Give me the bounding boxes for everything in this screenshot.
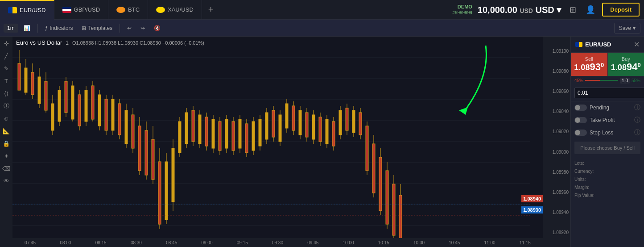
svg-rect-70: [219, 121, 221, 151]
svg-rect-50: [152, 139, 154, 180]
choose-buy-sell-button[interactable]: Please choose Buy / Sell: [574, 142, 640, 154]
indicators-button[interactable]: ƒ Indicators: [41, 23, 77, 33]
main-area: ✛ ╱ ✎ T ⟨⟩ ⓕ ☺ 📐 🔒 ✦ ⌫ 👁 Euro vs US Doll…: [0, 37, 644, 247]
time-1015: 10:15: [378, 240, 389, 245]
separator-2: [120, 24, 120, 33]
take-profit-info-icon[interactable]: ⓘ: [634, 116, 640, 124]
time-0915: 09:15: [237, 240, 248, 245]
panel-close-button[interactable]: ✕: [634, 40, 640, 49]
sell-button[interactable]: Sell 1.08930: [571, 53, 608, 76]
chart-tools: ✛ ╱ ✎ T ⟨⟩ ⓕ ☺ 📐 🔒 ✦ ⌫ 👁: [0, 37, 12, 247]
time-1045: 10:45: [449, 240, 460, 245]
trend-tool[interactable]: ╱: [1, 51, 11, 61]
sell-price-main: 93: [590, 61, 600, 72]
undo-button[interactable]: ↩: [124, 23, 135, 33]
time-0815: 08:15: [95, 240, 107, 245]
templates-button[interactable]: ⊞ Templates: [78, 23, 116, 33]
price-level-10: 1.08920: [553, 230, 569, 235]
svg-rect-120: [386, 171, 388, 224]
lock-tool[interactable]: 🔒: [1, 138, 11, 148]
account-icon[interactable]: 👤: [584, 4, 597, 16]
tab-eurusd[interactable]: EUR/USD: [0, 0, 54, 20]
svg-rect-44: [132, 115, 134, 148]
panel-flag-icon: [575, 42, 582, 47]
bar-type-button[interactable]: 📊: [20, 23, 34, 33]
add-tab-button[interactable]: +: [202, 0, 220, 20]
save-button[interactable]: Save ▾: [614, 23, 640, 33]
svg-rect-62: [192, 110, 194, 142]
tab-gbpusd[interactable]: GBP/USD: [54, 0, 109, 20]
candlestick-chart: [12, 37, 530, 247]
svg-rect-18: [45, 81, 47, 110]
svg-rect-54: [165, 162, 168, 220]
chart-info: Euro vs US Dollar 1 O1.08938 H1.08938 L1…: [16, 39, 204, 46]
take-profit-toggle[interactable]: [574, 117, 587, 123]
svg-rect-80: [252, 121, 255, 151]
redo-button[interactable]: ↪: [137, 23, 149, 33]
pen-tool[interactable]: ✎: [1, 63, 11, 73]
magnet-tool[interactable]: ✦: [1, 151, 11, 161]
account-id: #9999999: [452, 10, 472, 16]
stop-loss-toggle[interactable]: [574, 130, 587, 136]
save-label: Save: [619, 25, 631, 31]
svg-rect-58: [178, 121, 181, 153]
chart-ohlc: O1.08938 H1.08938 L1.08930 C1.08930 −0.0…: [72, 40, 204, 46]
eraser-tool[interactable]: ⌫: [1, 163, 11, 173]
fibonacci-tool[interactable]: ⓕ: [1, 101, 11, 111]
time-1115: 11:15: [520, 240, 531, 245]
balance-currency: USD: [520, 7, 533, 14]
time-0900: 09:00: [201, 240, 212, 245]
stop-loss-info-icon[interactable]: ⓘ: [634, 129, 640, 137]
svg-rect-116: [372, 144, 375, 193]
flag-eurusd-icon: [8, 7, 17, 13]
svg-rect-28: [78, 95, 81, 126]
svg-rect-60: [185, 113, 188, 144]
tab-btc[interactable]: BTC: [108, 0, 148, 20]
emoji-tool[interactable]: ☺: [1, 113, 11, 123]
pending-info-icon[interactable]: ⓘ: [634, 104, 640, 112]
svg-rect-32: [91, 86, 94, 119]
eye-tool[interactable]: 👁: [1, 176, 11, 186]
indicators-icon: ƒ: [45, 25, 48, 31]
stop-loss-toggle-row: Stop Loss ⓘ: [571, 126, 644, 139]
svg-rect-56: [172, 148, 174, 202]
account-info: DEMO #9999999: [452, 4, 472, 16]
chart-area[interactable]: ✛ ╱ ✎ T ⟨⟩ ⓕ ☺ 📐 🔒 ✦ ⌫ 👁 Euro vs US Doll…: [0, 37, 570, 247]
svg-rect-96: [305, 113, 308, 137]
stats-margin-row: Margin:: [574, 184, 640, 192]
grid-icon[interactable]: ⊞: [566, 4, 579, 16]
cursor-tool[interactable]: ✛: [1, 38, 11, 48]
lots-input[interactable]: [574, 88, 644, 98]
time-axis: 07:45 08:00 08:15 08:30 08:45 09:00 09:1…: [12, 238, 543, 247]
svg-rect-24: [65, 81, 67, 113]
pending-toggle[interactable]: [574, 105, 587, 111]
chart-timeframe: 1: [66, 40, 69, 46]
price-level-3: 1.09060: [553, 89, 569, 94]
multi-tool[interactable]: ⟨⟩: [1, 88, 11, 98]
timeframe-button[interactable]: 1m: [4, 24, 18, 33]
panel-symbol: EUR/USD: [575, 41, 611, 48]
tab-xauusd[interactable]: XAU/USD: [148, 0, 202, 20]
margin-stat-label: Margin:: [574, 184, 589, 192]
pip-stat-label: Pip Value:: [574, 192, 594, 200]
balance-amount: 10,000.00: [478, 5, 517, 15]
account-balance[interactable]: 10,000.00 USD USD ▾: [478, 4, 561, 15]
spread-value: 1.0: [620, 78, 630, 84]
svg-rect-30: [85, 90, 87, 121]
take-profit-label: Take Profit: [590, 117, 615, 123]
measure-tool[interactable]: 📐: [1, 126, 11, 136]
sound-button[interactable]: 🔇: [150, 23, 164, 33]
sell-price-sup: 0: [601, 62, 604, 68]
svg-rect-72: [225, 119, 228, 148]
buy-price-prefix: 1.08: [611, 63, 627, 72]
svg-rect-52: [158, 162, 161, 224]
text-tool[interactable]: T: [1, 76, 11, 86]
svg-rect-26: [71, 86, 74, 119]
svg-rect-104: [332, 121, 335, 146]
svg-rect-82: [259, 119, 261, 146]
svg-rect-88: [279, 115, 281, 142]
deposit-button[interactable]: Deposit: [602, 3, 640, 17]
price-level-7: 1.08980: [553, 170, 569, 175]
buy-button[interactable]: Buy 1.08940: [608, 53, 644, 76]
separator-1: [37, 24, 38, 33]
